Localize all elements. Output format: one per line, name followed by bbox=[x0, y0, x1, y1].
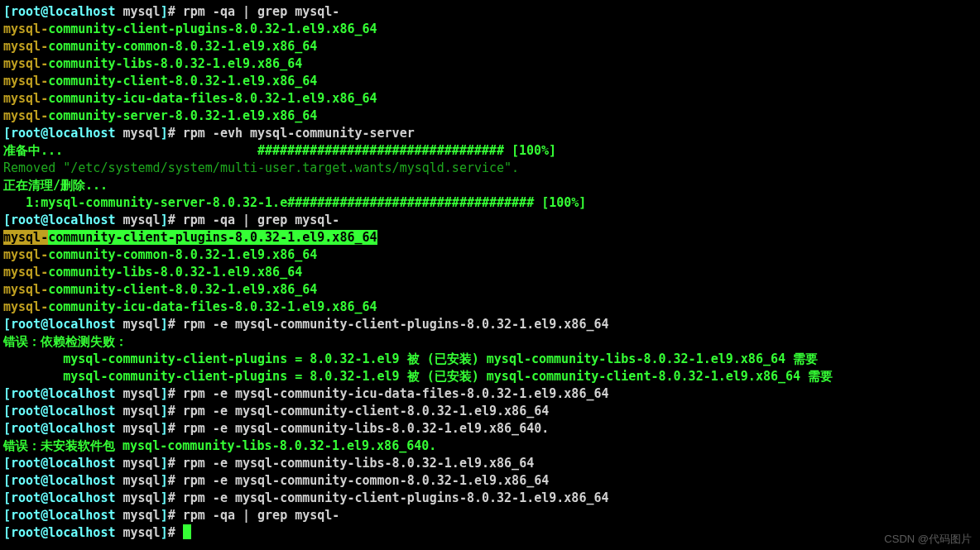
prompt-bracket: [ bbox=[3, 421, 11, 436]
prompt-hash: # bbox=[168, 386, 183, 401]
prompt-cwd: mysql bbox=[115, 473, 160, 488]
prompt-bracket: [ bbox=[3, 525, 11, 540]
prompt-hash: # bbox=[168, 456, 183, 471]
package-prefix: mysql- bbox=[3, 56, 48, 71]
prompt-hash: # bbox=[168, 4, 183, 19]
prompt-user-host: root@localhost bbox=[11, 525, 115, 540]
prompt-hash: # bbox=[168, 508, 183, 523]
prompt-bracket: ] bbox=[161, 213, 168, 227]
prompt-user-host: root@localhost bbox=[11, 473, 115, 488]
command-input[interactable]: rpm -e mysql-community-common-8.0.32-1.e… bbox=[183, 473, 550, 488]
error-dep-line: mysql-community-client-plugins = 8.0.32-… bbox=[3, 369, 833, 384]
prompt-cwd: mysql bbox=[115, 456, 160, 471]
terminal-output[interactable]: [root@localhost mysql]# rpm -qa | grep m… bbox=[0, 0, 980, 545]
error-not-installed: 错误：未安装软件包 mysql-community-libs-8.0.32-1.… bbox=[3, 438, 436, 453]
prompt-cwd: mysql bbox=[115, 386, 160, 401]
package-name: community-common-8.0.32-1.el9.x86_64 bbox=[48, 247, 317, 262]
package-name: community-client-plugins-8.0.32-1.el9.x8… bbox=[48, 230, 377, 245]
prompt-cwd: mysql bbox=[115, 525, 160, 540]
command-input[interactable]: rpm -qa | grep mysql- bbox=[183, 508, 340, 523]
prompt-hash: # bbox=[168, 525, 183, 540]
package-prefix: mysql- bbox=[3, 108, 48, 123]
command-input[interactable]: rpm -e mysql-community-client-plugins-8.… bbox=[183, 490, 609, 505]
prompt-bracket: [ bbox=[3, 404, 11, 418]
prompt-cwd: mysql bbox=[115, 213, 160, 227]
prompt-bracket: ] bbox=[161, 456, 168, 471]
error-dep-title: 错误：依赖检测失败： bbox=[3, 334, 127, 349]
prompt-bracket: [ bbox=[3, 4, 11, 19]
prompt-bracket: ] bbox=[161, 473, 168, 488]
package-name: community-libs-8.0.32-1.el9.x86_64 bbox=[48, 265, 302, 280]
prompt-bracket: ] bbox=[161, 404, 168, 418]
package-name: community-libs-8.0.32-1.el9.x86_64 bbox=[48, 56, 302, 71]
package-prefix: mysql- bbox=[3, 74, 48, 88]
package-prefix: mysql- bbox=[3, 39, 48, 54]
erase-cleaning: 正在清理/删除... bbox=[3, 178, 108, 193]
cursor bbox=[183, 524, 191, 539]
prompt-cwd: mysql bbox=[115, 404, 160, 418]
prompt-cwd: mysql bbox=[115, 421, 160, 436]
prompt-bracket: [ bbox=[3, 456, 11, 471]
prompt-user-host: root@localhost bbox=[11, 508, 115, 523]
package-prefix: mysql- bbox=[3, 265, 48, 280]
package-prefix: mysql- bbox=[3, 282, 48, 297]
prompt-hash: # bbox=[168, 421, 183, 436]
command-input[interactable]: rpm -qa | grep mysql- bbox=[183, 213, 340, 227]
package-name: community-server-8.0.32-1.el9.x86_64 bbox=[48, 108, 317, 123]
prompt-hash: # bbox=[168, 126, 183, 141]
command-input[interactable]: rpm -evh mysql-community-server bbox=[183, 126, 415, 141]
prompt-user-host: root@localhost bbox=[11, 317, 115, 332]
prompt-bracket: ] bbox=[161, 4, 168, 19]
error-dep-line: mysql-community-client-plugins = 8.0.32-… bbox=[3, 352, 818, 366]
prompt-cwd: mysql bbox=[115, 4, 160, 19]
package-prefix: mysql- bbox=[3, 299, 48, 314]
prompt-user-host: root@localhost bbox=[11, 490, 115, 505]
prompt-bracket: ] bbox=[161, 508, 168, 523]
prompt-user-host: root@localhost bbox=[11, 4, 115, 19]
prompt-hash: # bbox=[168, 404, 183, 418]
prompt-hash: # bbox=[168, 317, 183, 332]
prompt-bracket: [ bbox=[3, 317, 11, 332]
command-input[interactable]: rpm -e mysql-community-icu-data-files-8.… bbox=[183, 386, 609, 401]
erase-progress: 1:mysql-community-server-8.0.32-1.e#####… bbox=[3, 195, 586, 210]
prompt-user-host: root@localhost bbox=[11, 386, 115, 401]
package-name: community-client-8.0.32-1.el9.x86_64 bbox=[48, 74, 317, 88]
prompt-user-host: root@localhost bbox=[11, 421, 115, 436]
package-name: community-client-8.0.32-1.el9.x86_64 bbox=[48, 282, 317, 297]
package-name: community-icu-data-files-8.0.32-1.el9.x8… bbox=[48, 299, 377, 314]
erase-removed: Removed "/etc/systemd/system/multi-user.… bbox=[3, 160, 519, 175]
prompt-bracket: [ bbox=[3, 213, 11, 227]
command-input[interactable]: rpm -e mysql-community-client-plugins-8.… bbox=[183, 317, 609, 332]
package-name: community-client-plugins-8.0.32-1.el9.x8… bbox=[48, 22, 377, 36]
prompt-bracket: [ bbox=[3, 508, 11, 523]
command-input[interactable]: rpm -e mysql-community-libs-8.0.32-1.el9… bbox=[183, 421, 550, 436]
prompt-bracket: [ bbox=[3, 126, 11, 141]
prompt-cwd: mysql bbox=[115, 126, 160, 141]
prompt-bracket: ] bbox=[161, 126, 168, 141]
prompt-bracket: [ bbox=[3, 386, 11, 401]
prompt-cwd: mysql bbox=[115, 508, 160, 523]
package-prefix: mysql- bbox=[3, 230, 48, 245]
prompt-bracket: [ bbox=[3, 473, 11, 488]
command-input[interactable]: rpm -e mysql-community-libs-8.0.32-1.el9… bbox=[183, 456, 534, 471]
package-prefix: mysql- bbox=[3, 22, 48, 36]
command-input[interactable]: rpm -e mysql-community-client-8.0.32-1.e… bbox=[183, 404, 550, 418]
command-input[interactable]: rpm -qa | grep mysql- bbox=[183, 4, 340, 19]
prompt-bracket: ] bbox=[161, 317, 168, 332]
prompt-user-host: root@localhost bbox=[11, 126, 115, 141]
prompt-user-host: root@localhost bbox=[11, 456, 115, 471]
prompt-hash: # bbox=[168, 490, 183, 505]
prompt-cwd: mysql bbox=[115, 490, 160, 505]
erase-preparing: 准备中... #################################… bbox=[3, 143, 556, 158]
prompt-user-host: root@localhost bbox=[11, 213, 115, 227]
package-name: community-icu-data-files-8.0.32-1.el9.x8… bbox=[48, 91, 377, 106]
prompt-bracket: ] bbox=[161, 525, 168, 540]
prompt-bracket: ] bbox=[161, 386, 168, 401]
prompt-user-host: root@localhost bbox=[11, 404, 115, 418]
package-name: community-common-8.0.32-1.el9.x86_64 bbox=[48, 39, 317, 54]
prompt-bracket: [ bbox=[3, 490, 11, 505]
prompt-hash: # bbox=[168, 473, 183, 488]
prompt-hash: # bbox=[168, 213, 183, 227]
prompt-bracket: ] bbox=[161, 421, 168, 436]
package-prefix: mysql- bbox=[3, 247, 48, 262]
